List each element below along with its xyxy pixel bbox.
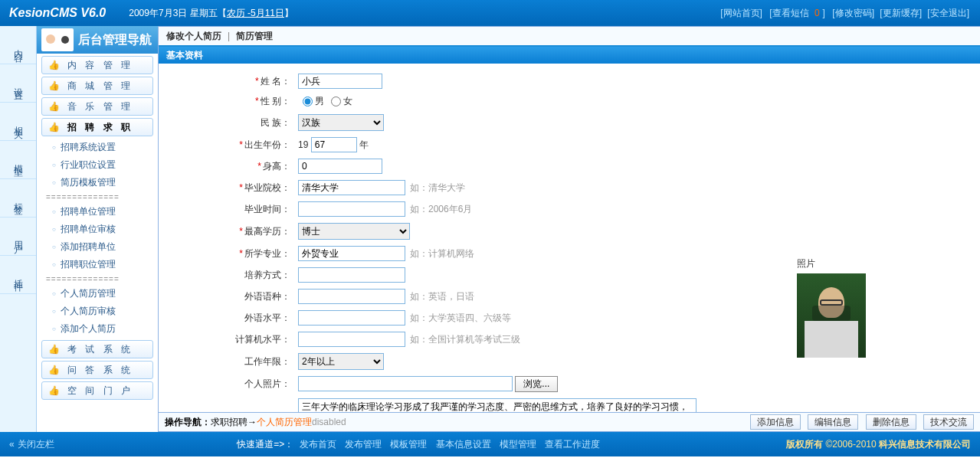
thumb-icon: 👍 — [48, 365, 63, 375]
lang-input[interactable] — [298, 289, 405, 304]
height-label: 身高： — [263, 161, 290, 172]
sidebar-item[interactable]: 添加招聘单位 — [37, 238, 158, 256]
school-input[interactable] — [298, 180, 405, 195]
thumb-icon: 👍 — [48, 60, 63, 70]
train-input[interactable] — [298, 267, 405, 283]
langlevel-input[interactable] — [298, 310, 405, 326]
hint: 如：大学英语四、六级等 — [410, 312, 511, 323]
sidebar-item[interactable]: 行业职位设置 — [37, 156, 158, 174]
photo-input[interactable] — [298, 376, 513, 391]
quick-link[interactable]: 模型管理 — [500, 439, 536, 450]
quick-link[interactable]: 查看工作进度 — [545, 439, 600, 450]
name-label: 姓 名： — [261, 76, 290, 87]
quick-link[interactable]: 发布首页 — [300, 439, 336, 450]
brand: KesionCMS V6.0 — [9, 6, 106, 20]
quick-link[interactable]: 基本信息设置 — [436, 439, 491, 450]
vtab-model[interactable]: 模型 — [0, 141, 36, 179]
quick-link[interactable]: 发布管理 — [345, 439, 382, 450]
hint: 如：计算机网络 — [410, 248, 474, 259]
thumb-icon: 👍 — [48, 101, 63, 112]
birth-label: 出生年份： — [244, 139, 290, 150]
degree-select[interactable]: 博士 — [298, 223, 410, 240]
section-header: 基本资料 — [159, 47, 980, 64]
gradtime-label: 毕业时间： — [244, 204, 290, 214]
comp-input[interactable] — [298, 332, 405, 347]
thumb-icon: 👍 — [48, 344, 63, 355]
vtab-tag[interactable]: 标签 — [0, 179, 36, 218]
thumb-icon: 👍 — [48, 122, 63, 132]
separator: ============== — [37, 191, 158, 203]
link-home[interactable]: [网站首页] — [720, 8, 762, 18]
degree-label: 最高学历： — [244, 226, 290, 237]
opbar-job[interactable]: 求职招聘 — [211, 416, 247, 429]
link-logout[interactable]: [安全退出] — [927, 8, 969, 18]
add-info-button[interactable]: 添加信息 — [750, 414, 801, 430]
sidebar-item[interactable]: 招聘单位管理 — [37, 203, 158, 221]
breadcrumb: 修改个人简历|简历管理 — [159, 27, 980, 47]
quick-links: 快速通道=>： 发布首页 发布管理 模板管理 基本信息设置 模型管理 查看工作进… — [237, 438, 603, 451]
nav-music-mgmt[interactable]: 👍音 乐 管 理 — [41, 97, 153, 116]
sidebar-item[interactable]: 个人简历审核 — [37, 303, 158, 320]
major-label: 所学专业： — [244, 248, 290, 259]
gender-label: 性 别： — [261, 96, 290, 106]
browse-button[interactable]: 浏览... — [515, 376, 558, 392]
separator: ============== — [37, 273, 158, 285]
link-msg[interactable]: [查看短信 0] — [768, 8, 827, 18]
quick-link[interactable]: 模板管理 — [390, 439, 427, 450]
date-info: 2009年7月3日 星期五【农历 -5月11日】 — [129, 7, 293, 20]
lang-label: 外语语种： — [244, 291, 290, 302]
vtab-setting[interactable]: 设置 — [0, 64, 36, 103]
tech-chat-button[interactable]: 技术交流 — [923, 414, 974, 430]
delete-info-button[interactable]: 删除信息 — [866, 414, 916, 430]
sidebar-item[interactable]: 招聘系统设置 — [37, 139, 158, 156]
nav-header: 后台管理导航 — [37, 26, 158, 54]
gender-female-radio[interactable] — [331, 97, 341, 106]
opbar-disabled: disabled — [312, 417, 346, 427]
nav-shop-mgmt[interactable]: 👍商 城 管 理 — [41, 77, 153, 95]
major-input[interactable] — [298, 246, 405, 261]
sidebar-item[interactable]: 添加个人简历 — [37, 320, 158, 338]
sidebar-item[interactable]: 简历模板管理 — [37, 174, 158, 191]
gradtime-input[interactable] — [298, 201, 405, 217]
name-input[interactable] — [298, 74, 382, 89]
avatar-icon — [41, 28, 74, 51]
exp-select[interactable]: 2年以上 — [298, 353, 384, 370]
hint: 如：英语，日语 — [410, 291, 474, 302]
link-cache[interactable]: [更新缓存] — [880, 8, 922, 18]
exp-label: 工作年限： — [244, 356, 290, 367]
close-left-button[interactable]: 关闭左栏 — [9, 438, 54, 451]
edit-info-button[interactable]: 编辑信息 — [808, 414, 858, 430]
photo-caption: 照片 — [797, 257, 965, 270]
nav-qa[interactable]: 👍问 答 系 统 — [41, 361, 153, 379]
top-links: [网站首页] [查看短信 0] [修改密码] [更新缓存] [安全退出] — [719, 7, 971, 20]
self-textarea[interactable]: 三年大学的临床理论学习形成了我严谨的学习态度、严密的思维方式，培养了良好的学习习… — [298, 398, 696, 412]
sidebar-item[interactable]: 招聘单位审核 — [37, 221, 158, 238]
nation-label: 民 族： — [261, 117, 290, 128]
nav-job[interactable]: 👍招 聘 求 职 — [41, 118, 153, 136]
height-input[interactable] — [298, 159, 382, 174]
thumb-icon: 👍 — [48, 80, 63, 91]
hint: 如：清华大学 — [410, 182, 465, 193]
train-label: 培养方式： — [244, 270, 290, 280]
thumb-icon: 👍 — [48, 385, 63, 396]
vtab-related[interactable]: 相关 — [0, 103, 36, 141]
photo-label: 个人照片： — [244, 378, 290, 389]
vertical-tabs: 内容 设置 相关 模型 标签 用户 插件 — [0, 26, 37, 432]
sidebar-item[interactable]: 个人简历管理 — [37, 285, 158, 303]
nav-exam[interactable]: 👍考 试 系 统 — [41, 340, 153, 358]
vtab-user[interactable]: 用户 — [0, 218, 36, 256]
nation-select[interactable]: 汉族 — [298, 114, 384, 131]
langlevel-label: 外语水平： — [244, 312, 290, 323]
vtab-content[interactable]: 内容 — [0, 26, 36, 64]
lunar-link[interactable]: 农历 -5月11日 — [227, 8, 284, 18]
birth-input[interactable] — [311, 137, 357, 152]
hint: 如：2006年6月 — [410, 204, 472, 214]
link-passwd[interactable]: [修改密码] — [832, 8, 874, 18]
nav-space[interactable]: 👍空 间 门 户 — [41, 381, 153, 400]
nav-content-mgmt[interactable]: 👍内 容 管 理 — [41, 56, 153, 74]
sidebar-item[interactable]: 招聘职位管理 — [37, 256, 158, 273]
school-label: 毕业院校： — [244, 182, 290, 193]
vtab-plugin[interactable]: 插件 — [0, 256, 36, 294]
opbar-resume[interactable]: 个人简历管理 — [257, 416, 312, 429]
gender-male-radio[interactable] — [303, 97, 313, 106]
